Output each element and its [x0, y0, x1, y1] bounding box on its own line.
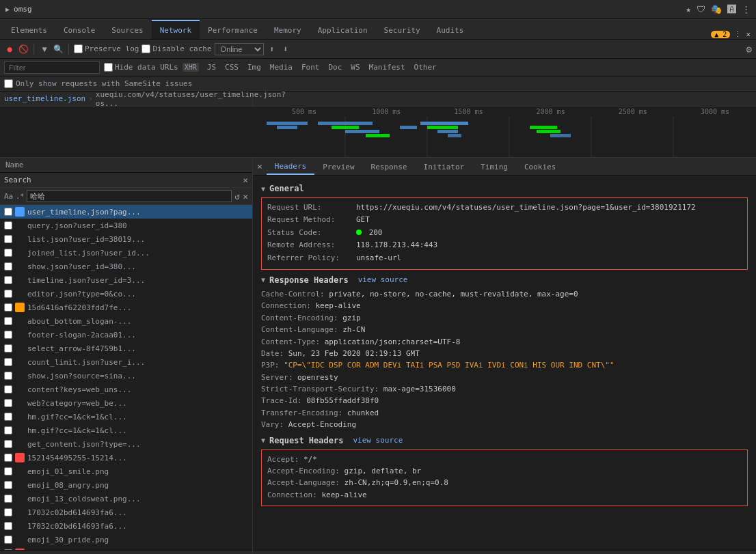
request-item[interactable]: select_arrow-8f4759b1... [0, 342, 252, 355]
network-settings-icon[interactable]: ⚙ [746, 44, 752, 55]
search-aa-toggle[interactable]: Aa [4, 192, 13, 201]
request-item[interactable]: count_limit.json?user_i... [0, 355, 252, 369]
record-button[interactable]: ● [4, 44, 15, 55]
tab-application[interactable]: Application [310, 20, 376, 39]
search-icon[interactable]: 🔍 [53, 44, 64, 55]
import-icon[interactable]: ⬆ [267, 44, 278, 55]
detail-tab-headers[interactable]: Headers [267, 158, 314, 175]
request-item[interactable]: emoji_01_smile.png [0, 465, 252, 478]
request-checkbox[interactable] [4, 426, 12, 434]
request-item[interactable]: show.json?source=sina... [0, 369, 252, 383]
request-item[interactable]: joined_list.json?user_id... [0, 246, 252, 260]
request-item[interactable]: emoji_08_angry.png [0, 478, 252, 492]
request-checkbox[interactable] [4, 317, 12, 325]
request-item[interactable]: get_content.json?type=... [0, 437, 252, 451]
request-url-value[interactable]: https://xueqiu.com/v4/statuses/user_time… [356, 202, 696, 212]
filter-icon[interactable]: ▼ [39, 44, 50, 55]
shield-icon[interactable]: 🛡 [697, 4, 705, 14]
search-cancel-button[interactable]: ✕ [243, 191, 248, 202]
menu-icon[interactable]: ⋮ [742, 4, 751, 14]
request-checkbox[interactable] [4, 467, 12, 475]
extension-icon[interactable]: 🅰 [727, 4, 736, 14]
tab-performance[interactable]: Performance [200, 20, 266, 39]
filter-manifest[interactable]: Manifest [365, 62, 409, 72]
request-item[interactable]: 15d6416af62203fdd7fe... [0, 301, 252, 314]
request-checkbox[interactable] [4, 276, 12, 284]
response-headers-section-header[interactable]: ▼ Response Headers view source [261, 275, 748, 285]
request-item[interactable]: user_timeline.json?pag... [0, 205, 252, 219]
filter-media[interactable]: Media [266, 62, 297, 72]
general-section-header[interactable]: ▼ General [261, 184, 748, 193]
response-headers-view-source[interactable]: view source [358, 275, 408, 284]
request-checkbox[interactable] [4, 481, 12, 489]
star-icon[interactable]: ★ [686, 4, 691, 14]
detail-panel-close[interactable]: × [253, 161, 267, 171]
detail-tab-initiator[interactable]: Initiator [416, 158, 473, 175]
detail-tab-response[interactable]: Response [363, 158, 416, 175]
profile-icon[interactable]: 🎭 [711, 4, 722, 14]
request-item[interactable]: about_bottom_slogan-... [0, 314, 252, 328]
filter-css[interactable]: CSS [221, 62, 243, 72]
request-checkbox[interactable] [4, 522, 12, 530]
request-item[interactable]: 17032c02bd614693fa6... [0, 519, 252, 533]
request-checkbox[interactable] [4, 235, 12, 243]
request-item[interactable]: hm.gif?cc=1&ck=1&cl... [0, 424, 252, 437]
request-headers-view-source[interactable]: view source [353, 436, 403, 445]
filter-input[interactable] [4, 61, 100, 74]
request-item[interactable]: hm.gif?cc=1&ck=1&cl... [0, 410, 252, 424]
export-icon[interactable]: ⬇ [280, 44, 291, 55]
throttle-dropdown[interactable]: Online Fast 3G Slow 3G Offline [215, 43, 264, 55]
tab-security[interactable]: Security [376, 20, 429, 39]
devtools-close-icon[interactable]: × [746, 30, 751, 39]
filter-js[interactable]: JS [203, 62, 220, 72]
preserve-log-checkbox[interactable]: Preserve log [74, 44, 139, 53]
stop-button[interactable]: 🚫 [18, 44, 29, 55]
request-checkbox[interactable] [4, 495, 12, 503]
request-item[interactable]: 1521454495255-15214... [0, 451, 252, 465]
tab-elements[interactable]: Elements [3, 20, 55, 39]
request-checkbox[interactable] [4, 440, 12, 448]
request-item[interactable]: footer-slogan-2acaa01... [0, 328, 252, 342]
filter-font[interactable]: Font [297, 62, 324, 72]
request-checkbox[interactable] [4, 221, 12, 230]
request-item[interactable]: content?keys=web_uns... [0, 383, 252, 396]
search-regex-toggle[interactable]: .* [16, 193, 24, 200]
filter-other[interactable]: Other [410, 62, 441, 72]
samesite-checkbox[interactable]: Only show requests with SameSite issues [4, 79, 192, 88]
request-item[interactable]: emoji_13_coldsweat.png... [0, 492, 252, 505]
disable-cache-checkbox[interactable]: Disable cache [141, 44, 211, 53]
request-checkbox[interactable] [4, 358, 12, 366]
filter-doc[interactable]: Doc [324, 62, 346, 72]
request-item[interactable]: emoji_30_pride.png [0, 533, 252, 546]
request-checkbox[interactable] [4, 372, 12, 380]
request-item[interactable]: show.json?user_id=380... [0, 260, 252, 273]
request-checkbox[interactable] [4, 249, 12, 257]
request-item[interactable]: editor.json?type=0&co... [0, 287, 252, 301]
request-checkbox[interactable] [4, 508, 12, 516]
tab-network[interactable]: Network [152, 20, 200, 39]
search-refresh-button[interactable]: ↺ [234, 191, 240, 202]
request-checkbox[interactable] [4, 413, 12, 421]
request-checkbox[interactable] [4, 208, 12, 216]
detail-tab-timing[interactable]: Timing [472, 158, 516, 175]
tab-memory[interactable]: Memory [266, 20, 310, 39]
request-item[interactable]: timeline.json?user_id=3... [0, 273, 252, 287]
request-checkbox[interactable] [4, 454, 12, 462]
tab-sources[interactable]: Sources [103, 20, 151, 39]
request-item[interactable]: query.json?user_id=380 [0, 219, 252, 232]
request-item[interactable]: 17032c02bd614693fa6... [0, 505, 252, 519]
request-checkbox[interactable] [4, 290, 12, 298]
search-close-button[interactable]: × [243, 175, 248, 185]
filter-ws[interactable]: WS [347, 62, 364, 72]
request-checkbox[interactable] [4, 399, 12, 407]
tab-audits[interactable]: Audits [429, 20, 472, 39]
detail-tab-cookies[interactable]: Cookies [516, 158, 564, 175]
request-item[interactable]: web?category=web_be... [0, 396, 252, 410]
request-checkbox[interactable] [4, 303, 12, 311]
hide-data-urls-checkbox[interactable]: Hide data URLs [104, 63, 178, 72]
tab-console[interactable]: Console [55, 20, 103, 39]
request-item[interactable]: list.json?user_id=38019... [0, 232, 252, 246]
search-input[interactable] [27, 190, 232, 202]
request-checkbox[interactable] [4, 536, 12, 544]
request-checkbox[interactable] [4, 344, 12, 352]
